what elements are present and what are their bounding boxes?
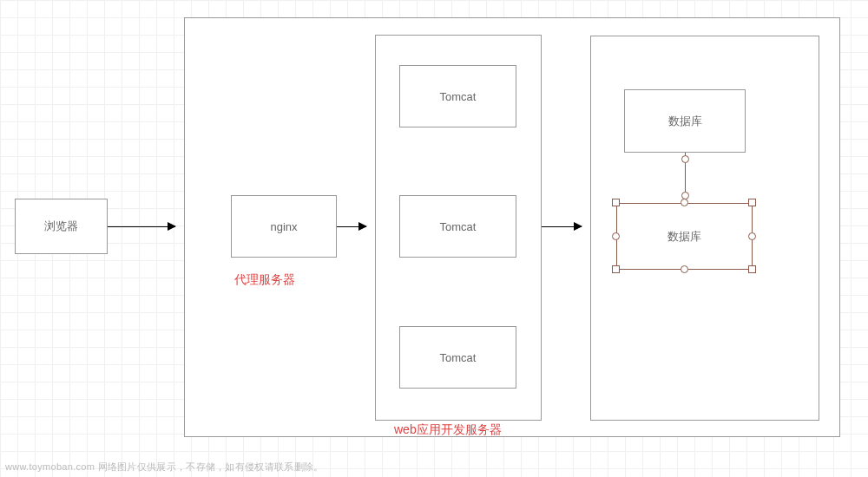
arrow-tomcat-to-db <box>542 226 582 227</box>
proxy-server-label: 代理服务器 <box>234 272 295 288</box>
database-node-1: 数据库 <box>624 89 746 153</box>
tomcat-node-1: Tomcat <box>399 65 516 127</box>
selection-handle-s[interactable] <box>681 265 688 273</box>
browser-label: 浏览器 <box>44 219 78 234</box>
tomcat-node-2: Tomcat <box>399 195 516 258</box>
selection-handle-se[interactable] <box>748 265 756 273</box>
nginx-label: nginx <box>270 220 297 233</box>
nginx-node: nginx <box>231 195 337 258</box>
selection-handle-ne[interactable] <box>748 199 756 206</box>
tomcat-label-3: Tomcat <box>440 351 477 364</box>
selection-handle-w[interactable] <box>612 232 620 240</box>
database-label-1: 数据库 <box>668 114 702 129</box>
database-label-2: 数据库 <box>667 229 701 245</box>
tomcat-label-1: Tomcat <box>440 90 477 103</box>
selection-handle-e[interactable] <box>748 232 756 240</box>
db-connector-circle-top <box>681 155 689 163</box>
arrow-browser-to-main <box>108 226 175 227</box>
tomcat-label-2: Tomcat <box>440 220 477 233</box>
arrow-nginx-to-tomcat <box>337 226 366 227</box>
web-app-server-label: web应用开发服务器 <box>394 422 502 438</box>
selection-handle-sw[interactable] <box>612 265 620 273</box>
selection-handle-nw[interactable] <box>612 199 620 206</box>
selection-handle-n[interactable] <box>681 199 688 206</box>
database-node-2-selected[interactable]: 数据库 <box>616 203 753 270</box>
watermark-text: www.toymoban.com 网络图片仅供展示，不存储，如有侵权请联系删除。 <box>5 461 323 474</box>
browser-node: 浏览器 <box>15 199 108 254</box>
tomcat-node-3: Tomcat <box>399 326 516 389</box>
